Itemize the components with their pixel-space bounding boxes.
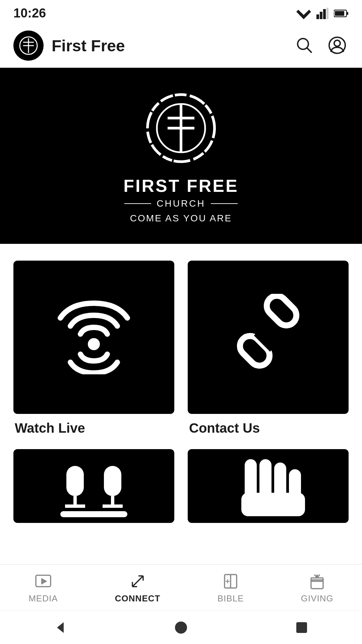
battery-icon <box>334 9 349 18</box>
broadcast-icon <box>50 301 137 374</box>
svg-line-41 <box>132 576 143 587</box>
hero-logo-icon <box>141 88 221 168</box>
svg-rect-33 <box>60 511 127 517</box>
nav-giving-label: GIVING <box>301 593 334 604</box>
cards-second-row <box>0 436 362 523</box>
android-recent-button[interactable] <box>288 618 315 638</box>
svg-rect-58 <box>296 622 307 633</box>
nav-media[interactable]: MEDIA <box>22 573 64 604</box>
app-logo[interactable] <box>13 31 44 61</box>
watch-live-image <box>13 261 174 414</box>
microphone-icon <box>50 459 137 523</box>
nav-bible-label: BIBLE <box>218 593 244 604</box>
svg-point-57 <box>175 622 187 634</box>
nav-media-label: MEDIA <box>28 593 58 604</box>
search-icon <box>296 37 313 54</box>
svg-rect-24 <box>262 294 300 330</box>
svg-line-15 <box>307 48 312 53</box>
hero-banner: FIRST FREE CHURCH COME AS YOU ARE <box>0 68 362 244</box>
svg-rect-38 <box>241 493 305 516</box>
svg-rect-4 <box>320 12 322 19</box>
svg-point-23 <box>88 338 100 350</box>
contact-us-card[interactable]: Contact Us <box>188 261 349 436</box>
nav-giving[interactable]: GIVING <box>294 573 340 604</box>
profile-icon <box>328 37 346 54</box>
hand-icon <box>225 459 312 523</box>
hero-logo <box>141 88 221 168</box>
android-back-button[interactable] <box>47 618 74 638</box>
hero-divider: CHURCH <box>124 198 237 209</box>
nav-connect-label: CONNECT <box>115 593 161 604</box>
hero-church-name: FIRST FREE <box>123 176 238 196</box>
nav-connect[interactable]: CONNECT <box>108 573 167 604</box>
bible-nav-icon <box>222 573 239 590</box>
bottom-nav: MEDIA CONNECT BIBLE GIV <box>0 564 362 610</box>
svg-rect-9 <box>335 11 344 16</box>
svg-rect-6 <box>326 8 328 19</box>
cards-grid: Watch Live Contact Us <box>0 244 362 436</box>
app-title: First Free <box>52 37 293 55</box>
svg-marker-40 <box>41 578 47 585</box>
link-icon <box>225 294 312 381</box>
home-icon <box>175 622 187 634</box>
logo-icon <box>18 36 39 56</box>
back-icon <box>54 621 67 634</box>
recent-icon <box>296 622 308 634</box>
contact-us-label: Contact Us <box>188 421 349 436</box>
app-header: First Free <box>0 24 362 68</box>
status-time: 10:26 <box>13 6 46 20</box>
giving-card-row2[interactable] <box>188 449 349 523</box>
contact-us-image <box>188 261 349 414</box>
header-actions <box>293 34 349 58</box>
svg-marker-56 <box>57 622 64 633</box>
profile-button[interactable] <box>326 34 349 58</box>
media-nav-icon <box>35 573 52 590</box>
watch-live-label: Watch Live <box>13 421 174 436</box>
signal-icon <box>316 8 328 19</box>
connect-nav-icon <box>129 573 146 590</box>
watch-live-card[interactable]: Watch Live <box>13 261 174 436</box>
search-button[interactable] <box>293 34 316 58</box>
media-card[interactable] <box>13 449 174 523</box>
status-bar: 10:26 <box>0 0 362 24</box>
svg-point-17 <box>334 40 340 46</box>
svg-rect-26 <box>254 323 283 352</box>
android-nav <box>0 610 362 644</box>
svg-point-14 <box>298 39 308 49</box>
media-card-image <box>13 449 174 523</box>
status-icons <box>296 8 349 19</box>
svg-rect-8 <box>347 12 348 15</box>
android-home-button[interactable] <box>168 618 194 638</box>
hero-tagline: COME AS YOU ARE <box>130 213 232 224</box>
giving-card-image <box>188 449 349 523</box>
svg-rect-3 <box>316 14 319 19</box>
giving-nav-icon <box>308 573 326 590</box>
svg-rect-5 <box>323 9 326 19</box>
svg-rect-27 <box>66 466 84 496</box>
svg-rect-30 <box>104 466 121 496</box>
hero-church-sub: CHURCH <box>157 198 205 209</box>
wifi-icon <box>296 8 311 19</box>
nav-bible[interactable]: BIBLE <box>211 573 251 604</box>
